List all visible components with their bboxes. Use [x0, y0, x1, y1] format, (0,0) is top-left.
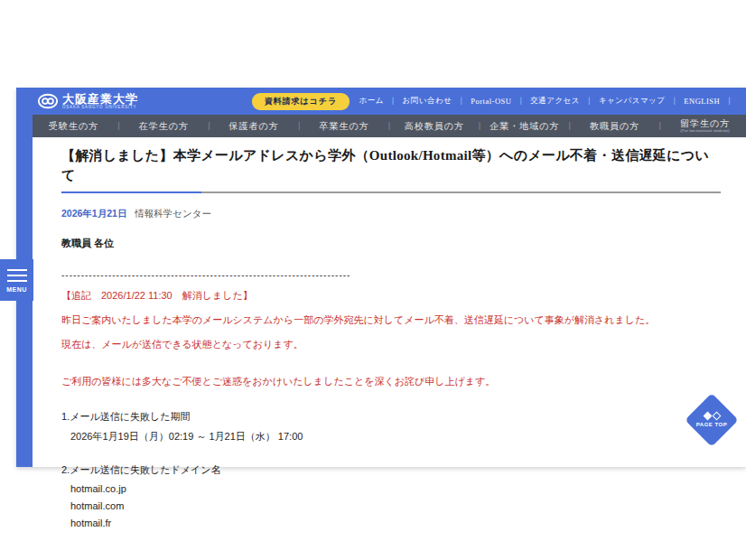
menu-button-label: MENU — [6, 286, 27, 293]
university-emblem-icon — [38, 93, 58, 109]
utility-link-portal[interactable]: Portal-OSU — [471, 97, 511, 106]
page-top-button[interactable]: PAGE TOP — [685, 393, 739, 447]
nav-item-companies[interactable]: 企業・地域の方 — [483, 121, 565, 131]
article-meta: 2026年1月21日 情報科学センター — [61, 208, 721, 220]
utility-nav: ホーム｜ お問い合わせ｜ Portal-OSU｜ 交通アクセス｜ キャンパスマッ… — [359, 96, 739, 107]
article-title: 【解消しました】本学メールアドレスから学外（Outlook/Hotmail等）へ… — [61, 146, 721, 186]
alert-notice: 【追記 2026/1/22 11:30 解消しました】 昨日ご案内いたしました本… — [61, 287, 721, 390]
university-name-en: OSAKA SANGYO UNIVERSITY — [62, 106, 138, 110]
nav-item-alumni[interactable]: 卒業生の方 — [303, 121, 386, 131]
hamburger-icon — [7, 269, 27, 271]
site-header: 大阪産業大学 OSAKA SANGYO UNIVERSITY 資料請求はコチラ … — [16, 88, 746, 115]
page-container: MENU 大阪産業大学 OSAKA SANGYO UNIVERSITY 資料請求… — [16, 88, 746, 467]
failed-domain-item: hotmail.co.jp — [70, 483, 721, 494]
department-name: 情報科学センター — [135, 208, 211, 219]
nav-item-staff[interactable]: 教職員の方 — [573, 121, 656, 131]
page-top-diamonds-icon — [703, 413, 721, 419]
failure-period-section: 1.メール送信に失敗した期間 2026年1月19日（月）02:19 ～ 1月21… — [61, 410, 721, 443]
salutation: 教職員 各位 — [61, 237, 721, 250]
utility-link-access[interactable]: 交通アクセス — [530, 96, 580, 107]
university-logo[interactable]: 大阪産業大学 OSAKA SANGYO UNIVERSITY — [38, 93, 138, 110]
nav-item-parents[interactable]: 保護者の方 — [213, 121, 295, 131]
title-underline — [61, 191, 721, 193]
audience-nav: 受験生の方｜ 在学生の方｜ 保護者の方｜ 卒業生の方｜ 高校教員の方｜ 企業・地… — [33, 115, 746, 137]
failure-period-value: 2026年1月19日（月）02:19 ～ 1月21日（水） 17:00 — [70, 430, 721, 443]
request-materials-button[interactable]: 資料請求はコチラ — [252, 93, 350, 110]
notice-resolved-2: 現在は、メールが送信できる状態となっております。 — [61, 336, 721, 353]
publish-date: 2026年1月21日 — [61, 208, 126, 219]
notice-apology: ご利用の皆様には多大なご不便とご迷惑をおかけいたしましたことを深くお詫び申し上げ… — [61, 373, 721, 390]
menu-button[interactable]: MENU — [0, 259, 33, 301]
failed-domain-item: hotmail.com — [70, 500, 721, 511]
nav-item-current-students[interactable]: 在学生の方 — [123, 121, 205, 131]
failure-period-heading: 1.メール送信に失敗した期間 — [61, 410, 721, 424]
nav-item-hs-teachers[interactable]: 高校教員の方 — [393, 121, 475, 131]
notice-resolved-1: 昨日ご案内いたしました本学のメールシステムから一部の学外宛先に対してメール不着、… — [61, 312, 721, 329]
nav-item-international-sub: (For international students) — [664, 128, 746, 134]
separator-line: ----------------------------------------… — [61, 270, 721, 280]
page-top-label: PAGE TOP — [696, 422, 727, 427]
utility-link-campus-map[interactable]: キャンパスマップ — [599, 96, 666, 107]
notice-postscript: 【追記 2026/1/22 11:30 解消しました】 — [61, 287, 721, 304]
failed-domain-item: hotmail.fr — [70, 518, 721, 528]
nav-item-examinees[interactable]: 受験生の方 — [33, 121, 115, 131]
university-name: 大阪産業大学 — [62, 93, 138, 105]
failed-domains-heading: 2.メール送信に失敗したドメイン名 — [61, 463, 721, 477]
article-content: 【解消しました】本学メールアドレスから学外（Outlook/Hotmail等）へ… — [33, 137, 746, 528]
utility-link-english[interactable]: ENGLISH — [684, 97, 720, 106]
nav-item-international[interactable]: 留学生の方 (For international students) — [664, 118, 746, 134]
utility-link-home[interactable]: ホーム — [359, 96, 383, 107]
failed-domains-section: 2.メール送信に失敗したドメイン名 hotmail.co.jp hotmail.… — [61, 463, 721, 528]
utility-link-contact[interactable]: お問い合わせ — [403, 96, 452, 107]
